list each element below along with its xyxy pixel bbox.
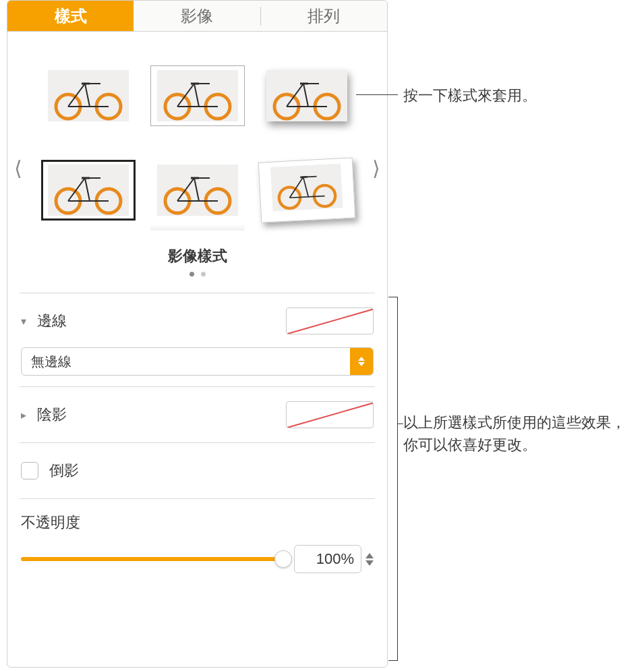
callout-text: 按一下樣式來套用。 — [403, 84, 537, 107]
callout-text: 以上所選樣式所使用的這些效果，你可以依喜好更改。 — [403, 411, 633, 456]
shadow-section: ▸ 陰影 — [7, 387, 387, 442]
reflection-section: 倒影 — [7, 443, 387, 498]
style-thumb-none[interactable] — [41, 65, 136, 126]
opacity-section: 不透明度 — [7, 499, 387, 589]
styles-grid — [21, 65, 374, 227]
shadow-style-swatch[interactable] — [286, 401, 374, 428]
page-dots — [21, 272, 374, 276]
bike-icon — [157, 165, 238, 216]
reflection-checkbox[interactable] — [21, 462, 38, 479]
bike-icon — [268, 163, 345, 212]
callout-leader-line — [356, 94, 398, 95]
opacity-input[interactable] — [294, 545, 361, 573]
reflection-label: 倒影 — [49, 461, 79, 481]
tab-bar: 樣式 影像 排列 — [7, 1, 387, 32]
opacity-stepper — [365, 553, 374, 566]
border-select-value: 無邊線 — [22, 353, 350, 371]
shadow-label: 陰影 — [37, 405, 67, 425]
chevron-down-icon[interactable]: ▾ — [21, 315, 32, 328]
svg-line-23 — [300, 177, 307, 177]
styles-prev-button[interactable]: ⟨ — [14, 156, 22, 180]
tab-label: 樣式 — [55, 5, 87, 27]
styles-section-title: 影像樣式 — [21, 246, 374, 266]
callout-bracket-tick — [398, 424, 403, 424]
border-section: ▾ 邊線 無邊線 — [7, 293, 387, 386]
style-thumb-shadow[interactable] — [260, 65, 354, 126]
styles-next-button[interactable]: ⟩ — [372, 156, 380, 180]
border-select[interactable]: 無邊線 — [21, 347, 374, 376]
bike-icon — [48, 165, 129, 216]
bike-icon — [266, 70, 347, 121]
page-dot[interactable] — [189, 272, 194, 276]
chevron-right-icon[interactable]: ▸ — [21, 409, 32, 421]
border-label: 邊線 — [37, 311, 67, 331]
style-thumb-black-border[interactable] — [41, 160, 136, 221]
style-thumb-reflection[interactable] — [150, 160, 245, 221]
tab-label: 排列 — [308, 5, 340, 27]
stepper-down-icon[interactable] — [365, 560, 374, 566]
select-arrows-icon — [350, 348, 373, 375]
tab-image[interactable]: 影像 — [134, 1, 260, 31]
style-thumb-photo-frame[interactable] — [258, 157, 355, 223]
page-dot[interactable] — [201, 272, 206, 276]
format-panel: 樣式 影像 排列 ⟨ ⟩ — [7, 0, 388, 668]
image-styles-area: ⟨ ⟩ — [7, 32, 387, 293]
opacity-slider[interactable] — [21, 549, 283, 569]
border-style-swatch[interactable] — [286, 308, 374, 334]
tab-style[interactable]: 樣式 — [7, 1, 134, 31]
bike-icon — [157, 70, 238, 121]
callout-bracket — [388, 297, 398, 661]
slider-track — [21, 557, 283, 561]
tab-arrange[interactable]: 排列 — [261, 1, 387, 31]
opacity-label: 不透明度 — [21, 513, 374, 533]
slider-thumb[interactable] — [274, 550, 292, 568]
stepper-up-icon[interactable] — [365, 553, 374, 558]
style-thumb-thin-border[interactable] — [150, 65, 245, 126]
tab-label: 影像 — [181, 5, 213, 27]
bike-icon — [48, 70, 129, 121]
